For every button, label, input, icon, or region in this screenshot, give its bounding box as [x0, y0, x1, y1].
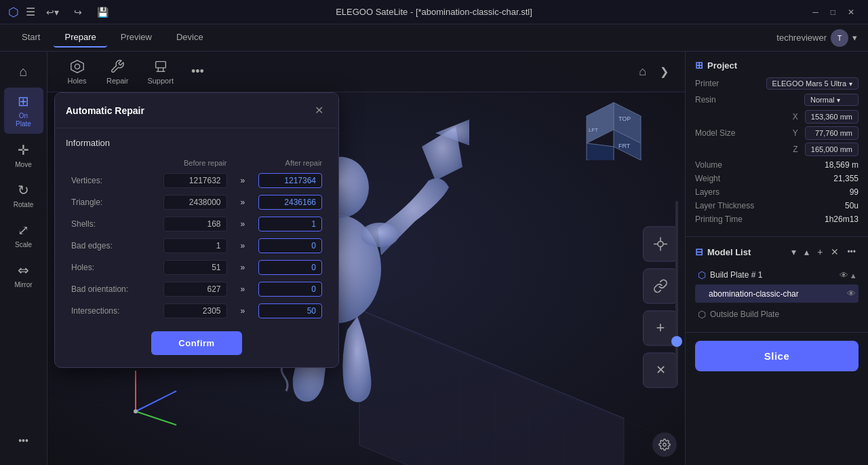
plus-icon: +: [656, 319, 665, 337]
tab-prepare[interactable]: Prepare: [54, 28, 106, 48]
repair-table-row: Bad orientation: 627 » 0: [66, 278, 328, 300]
sidebar-item-mirror[interactable]: ⇔ Mirror: [4, 257, 43, 294]
build-plate-expand-button[interactable]: ▴: [851, 270, 856, 280]
titlebar-left: ⬡ ☰ ↩▾ ↪ 💾: [8, 4, 113, 20]
sidebar-item-label: Scale: [15, 241, 32, 248]
repair-row-label: Bad orientation:: [66, 278, 158, 300]
col-before-header: Before repair: [158, 156, 233, 170]
right-panel: ⊞ Project Printer ELEGOO Mars 5 Ultra ▾ …: [685, 52, 868, 465]
repair-icon: [110, 59, 125, 74]
viewport-fab-nav[interactable]: [643, 226, 678, 261]
repair-row-before: 627: [158, 278, 233, 300]
layer-thickness-value: 50u: [845, 201, 859, 210]
volume-label: Volume: [695, 160, 756, 170]
repair-row-after: 1: [253, 213, 328, 235]
dialog-overlay: Automatic Repair ✕ Information Before re…: [54, 92, 339, 368]
sidebar-item-label: Rotate: [14, 201, 33, 208]
confirm-button[interactable]: Confirm: [151, 331, 241, 355]
repair-arrow-icon: »: [233, 235, 254, 257]
svg-marker-27: [587, 103, 614, 143]
svg-rect-40: [155, 61, 165, 67]
viewport-fab-remove[interactable]: ✕: [643, 352, 678, 388]
dialog-section-title: Information: [66, 138, 328, 148]
tab-preview[interactable]: Preview: [110, 28, 163, 48]
svg-point-23: [361, 223, 399, 247]
minimize-button[interactable]: ─: [807, 5, 824, 20]
nav-cube[interactable]: TOP FRT LFT: [583, 99, 644, 160]
model-list-delete[interactable]: ✕: [828, 245, 842, 259]
svg-text:LFT: LFT: [589, 127, 598, 133]
model-list-section: ⊟ Model List ▾ ▴ + ✕ ••• ⬡ Build Plate #…: [686, 237, 868, 333]
svg-text:TOP: TOP: [618, 115, 631, 122]
resin-value[interactable]: Normal ▾: [804, 94, 859, 106]
printing-time-label: Printing Time: [695, 215, 756, 224]
toolbar-repair-button[interactable]: Repair: [98, 55, 136, 89]
printer-row: Printer ELEGOO Mars 5 Ultra ▾: [695, 77, 859, 90]
save-button[interactable]: 💾: [93, 4, 113, 20]
toolbar-expand-button[interactable]: ❯: [654, 61, 674, 82]
model-list-sort-up[interactable]: ▴: [802, 245, 812, 259]
viewport-fab-link[interactable]: [643, 268, 678, 303]
user-chevron-icon: ▾: [852, 33, 857, 43]
x-axis-label: X: [789, 112, 802, 122]
repair-table-row: Vertices: 1217632 » 1217364: [66, 170, 328, 191]
model-list-add[interactable]: +: [814, 245, 825, 259]
outside-plate-icon: ⬡: [698, 309, 706, 320]
repair-row-after: 1217364: [253, 170, 328, 191]
printing-time-value: 1h26m13: [825, 215, 859, 224]
build-plate-eye-button[interactable]: 👁: [840, 270, 848, 280]
slider-track[interactable]: [675, 201, 678, 384]
sidebar-item-home[interactable]: ⌂: [4, 58, 43, 85]
repair-row-before: 1: [158, 235, 233, 257]
build-plate-row[interactable]: ⬡ Build Plate # 1 👁 ▴: [695, 265, 859, 284]
toolbar-home-button[interactable]: ⌂: [633, 60, 652, 83]
model-list-sort-down[interactable]: ▾: [789, 245, 799, 259]
printing-time-row: Printing Time 1h26m13: [695, 215, 859, 224]
sidebar-item-move[interactable]: ✛ Move: [4, 136, 43, 174]
model-list-more[interactable]: •••: [844, 245, 859, 259]
support-icon: [153, 59, 168, 74]
sidebar-item-rotate[interactable]: ↻ Rotate: [4, 176, 43, 214]
repair-row-label: Vertices:: [66, 170, 158, 191]
repair-arrow-icon: »: [233, 170, 254, 191]
layer-thickness-label: Layer Thickness: [695, 201, 756, 210]
svg-line-13: [136, 391, 176, 411]
home-icon: ⌂: [19, 64, 27, 79]
model-item-eye-button[interactable]: 👁: [847, 289, 856, 299]
toolbar-support-button[interactable]: Support: [139, 55, 182, 89]
hamburger-menu-icon[interactable]: ☰: [26, 5, 35, 18]
username-label: techreviewer: [776, 33, 827, 43]
rotate-icon: ↻: [18, 182, 29, 198]
tab-start[interactable]: Start: [11, 28, 51, 48]
printer-value[interactable]: ELEGOO Mars 5 Ultra ▾: [766, 77, 859, 90]
dialog-close-button[interactable]: ✕: [311, 103, 328, 118]
toolbar-more-button[interactable]: •••: [184, 60, 211, 83]
maximize-button[interactable]: □: [825, 5, 841, 20]
redo-button[interactable]: ↪: [70, 4, 86, 20]
close-button[interactable]: ✕: [842, 5, 860, 20]
undo-button[interactable]: ↩▾: [42, 4, 63, 20]
repair-table-row: Shells: 168 » 1: [66, 213, 328, 235]
repair-arrow-icon: »: [233, 278, 254, 300]
repair-row-after: 2436166: [253, 191, 328, 213]
model-list-header: ⊟ Model List ▾ ▴ + ✕ •••: [695, 245, 859, 259]
svg-text:FRT: FRT: [618, 143, 631, 149]
z-axis-value: 165,000 mm: [805, 143, 859, 156]
viewport-settings-button[interactable]: [652, 432, 677, 457]
toolbar-holes-button[interactable]: Holes: [58, 55, 96, 89]
user-menu[interactable]: techreviewer T ▾: [776, 29, 857, 47]
repair-table-row: Triangle: 2438000 » 2436166: [66, 191, 328, 213]
sidebar-item-scale[interactable]: ⤢ Scale: [4, 217, 43, 254]
slider-thumb[interactable]: [671, 336, 682, 347]
slice-button[interactable]: Slice: [695, 341, 859, 371]
viewport-slider[interactable]: [675, 201, 678, 384]
sidebar-item-on-plate[interactable]: ⊞ OnPlate: [4, 88, 43, 134]
outside-plate-row[interactable]: ⬡ Outside Build Plate: [695, 305, 859, 324]
svg-point-16: [134, 409, 138, 413]
nav-tabs: Start Prepare Preview Device: [11, 28, 214, 48]
model-item-row[interactable]: abomination-classic-char 👁: [695, 284, 859, 303]
sidebar-item-more[interactable]: •••: [4, 430, 43, 451]
tab-device[interactable]: Device: [165, 28, 214, 48]
menubar: Start Prepare Preview Device techreviewe…: [0, 24, 868, 52]
repair-row-after: 0: [253, 257, 328, 278]
